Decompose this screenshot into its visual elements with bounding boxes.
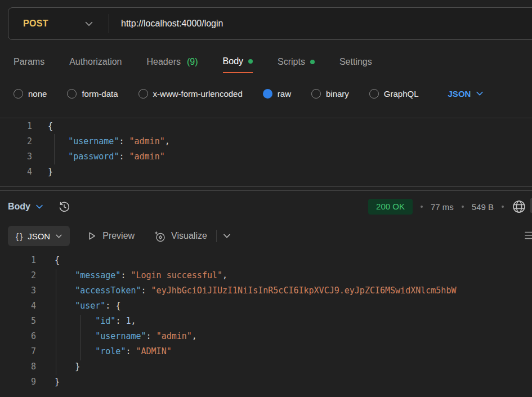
code-text: "user": { xyxy=(55,298,120,314)
indent-guide xyxy=(80,315,81,360)
request-url-bar: POST http://localhost:4000/login xyxy=(8,7,532,40)
chevron-down-icon[interactable] xyxy=(85,21,93,26)
code-text: "message": "Login successful", xyxy=(55,268,227,283)
green-dot-icon xyxy=(310,60,315,64)
tab-headers[interactable]: Headers (9) xyxy=(147,56,198,73)
tab-label: Params xyxy=(14,57,44,67)
code-line: 9} xyxy=(0,374,532,390)
wrap-lines-icon[interactable] xyxy=(524,229,532,242)
green-dot-icon xyxy=(248,59,253,64)
radio-graphql[interactable]: GraphQL xyxy=(369,89,419,99)
code-text: "password": "admin" xyxy=(48,149,165,164)
code-text: } xyxy=(55,359,80,374)
radio-icon xyxy=(14,89,23,99)
status-badge[interactable]: 200 OK xyxy=(368,199,413,215)
language-selector[interactable]: JSON xyxy=(448,89,484,99)
line-number: 8 xyxy=(0,359,36,374)
language-label: JSON xyxy=(448,89,471,99)
url-input[interactable]: http://localhost:4000/login xyxy=(121,8,223,39)
method-selector[interactable]: POST xyxy=(23,8,48,39)
dot-separator xyxy=(502,206,504,208)
tab-label: Scripts xyxy=(278,57,305,67)
format-label: JSON xyxy=(28,231,50,241)
preview-label: Preview xyxy=(102,231,135,241)
code-text: "role": "ADMIN" xyxy=(55,344,172,359)
tab-label: Authorization xyxy=(69,57,122,67)
radio-label: form-data xyxy=(82,89,118,99)
body-type-options: none form-data x-www-form-urlencoded raw… xyxy=(14,84,483,102)
tab-body[interactable]: Body xyxy=(223,56,253,73)
response-view-selector[interactable]: Body xyxy=(8,202,43,212)
response-format-button[interactable]: { } JSON xyxy=(8,226,70,246)
response-view-label: Body xyxy=(8,202,30,212)
chevron-down-icon[interactable] xyxy=(223,234,230,238)
globe-icon[interactable] xyxy=(512,199,526,214)
method-label: POST xyxy=(23,19,48,29)
code-text: "username": "admin", xyxy=(48,134,170,149)
radio-label: binary xyxy=(326,89,349,99)
line-number: 6 xyxy=(0,329,36,344)
code-line: 4} xyxy=(0,164,532,180)
radio-raw[interactable]: raw xyxy=(263,89,291,99)
radio-none[interactable]: none xyxy=(14,89,47,99)
url-bar-divider xyxy=(109,14,109,33)
headers-count: (9) xyxy=(187,57,198,67)
line-number: 9 xyxy=(0,374,36,390)
preview-button[interactable]: Preview xyxy=(87,231,135,241)
radio-form-data[interactable]: form-data xyxy=(67,89,118,99)
code-text: "username": "admin", xyxy=(55,329,197,344)
line-number: 2 xyxy=(0,134,32,149)
tab-scripts[interactable]: Scripts xyxy=(278,56,315,73)
radio-label: none xyxy=(28,89,47,99)
code-line: 2 "message": "Login successful", xyxy=(0,268,532,283)
request-body-editor[interactable]: 1{2 "username": "admin",3 "password": "a… xyxy=(0,118,532,187)
tab-label: Headers xyxy=(147,57,181,67)
radio-label: GraphQL xyxy=(384,89,419,99)
tab-label: Body xyxy=(223,56,243,66)
response-body-viewer[interactable]: 1{2 "message": "Login successful",3 "acc… xyxy=(0,252,532,397)
code-line: 1{ xyxy=(0,253,532,268)
code-line: 1{ xyxy=(0,119,532,134)
visualize-button[interactable]: Visualize xyxy=(154,230,207,242)
chevron-down-icon xyxy=(56,234,62,238)
dot-separator xyxy=(462,206,464,208)
code-text: "accessToken": "eyJhbGciOiJIUzI1NiIsInR5… xyxy=(55,283,456,298)
tab-params[interactable]: Params xyxy=(14,56,44,73)
code-text: } xyxy=(48,164,53,180)
code-line: 8 } xyxy=(0,359,532,374)
line-number: 3 xyxy=(0,149,32,164)
radio-icon xyxy=(311,89,321,99)
response-header: Body 200 OK 77 ms 549 B xyxy=(0,190,532,222)
chevron-down-icon xyxy=(36,204,43,209)
radio-label: raw xyxy=(278,89,291,99)
line-number: 7 xyxy=(0,344,36,359)
visualize-icon xyxy=(154,230,166,242)
code-line: 3 "password": "admin" xyxy=(0,149,532,164)
line-number: 4 xyxy=(0,298,36,314)
code-line: 4 "user": { xyxy=(0,298,532,314)
code-text: "id": 1, xyxy=(55,314,136,329)
radio-x-www-form-urlencoded[interactable]: x-www-form-urlencoded xyxy=(138,89,243,99)
code-text: } xyxy=(55,374,60,390)
response-time[interactable]: 77 ms xyxy=(431,202,454,212)
request-tabs: Params Authorization Headers (9) Body Sc… xyxy=(14,56,372,73)
toolbar-divider xyxy=(216,230,217,242)
dot-separator xyxy=(421,206,423,208)
code-text: { xyxy=(55,253,60,268)
tab-label: Settings xyxy=(339,57,372,67)
response-size[interactable]: 549 B xyxy=(472,202,494,212)
history-icon[interactable] xyxy=(57,200,71,213)
indent-guide xyxy=(54,134,55,164)
tab-authorization[interactable]: Authorization xyxy=(69,56,122,73)
response-toolbar: { } JSON Preview Visualize xyxy=(8,225,532,247)
chevron-down-icon xyxy=(476,91,483,96)
line-number: 4 xyxy=(0,164,32,180)
play-icon xyxy=(87,231,97,241)
line-number: 3 xyxy=(0,283,36,298)
tab-settings[interactable]: Settings xyxy=(339,56,372,73)
braces-icon: { } xyxy=(16,231,22,241)
radio-icon xyxy=(138,89,148,99)
line-number: 2 xyxy=(0,268,36,283)
indent-guide xyxy=(56,269,56,375)
radio-binary[interactable]: binary xyxy=(311,89,349,99)
